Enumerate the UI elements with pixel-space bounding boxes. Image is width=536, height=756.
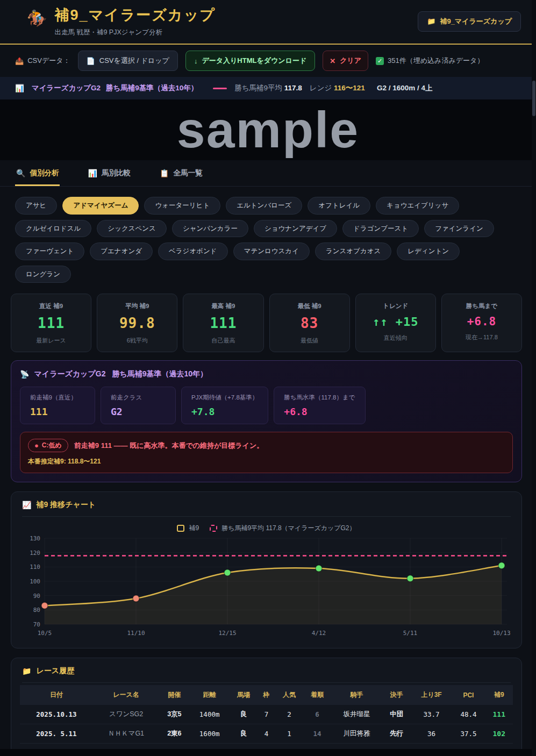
chart-svg: 70809010011012013010/511/1012/154/125/11… bbox=[22, 535, 511, 638]
folder-button[interactable]: 📁 補9_マイラーズカップ bbox=[418, 11, 521, 32]
standard-card: 前走補9（直近）111 bbox=[20, 387, 95, 424]
horse-chip[interactable]: マテンロウスカイ bbox=[233, 243, 310, 260]
standard-card-value: +6.8 bbox=[284, 406, 355, 417]
stat-card: 最低 補983最低値 bbox=[269, 294, 350, 352]
standard-card-label: PJX期待値（+7.8基準） bbox=[191, 394, 258, 402]
table-cell: 7 bbox=[258, 705, 275, 724]
stat-card-row: 直近 補9111最新レース平均 補999.86戦平均最高 補9111自己最高最低… bbox=[11, 294, 522, 352]
table-cell: 2 bbox=[275, 705, 303, 724]
watermark-strip: sample bbox=[0, 99, 536, 160]
horse-chip[interactable]: オフトレイル bbox=[308, 197, 370, 215]
table-cell: 先行 bbox=[382, 724, 411, 744]
table-cell: 111 bbox=[485, 705, 513, 724]
standard-card-label: 前走補9（直近） bbox=[30, 394, 85, 402]
legend-item[interactable]: 勝ち馬補9平均 117.8（マイラーズカップG2） bbox=[210, 524, 355, 533]
upload-icon: 📤 bbox=[15, 57, 24, 65]
horse-chip[interactable]: ファインライン bbox=[424, 220, 494, 238]
horse-chip[interactable]: ウォーターリヒト bbox=[144, 197, 220, 215]
stat-card: トレンド↑↑ +15直近傾向 bbox=[355, 294, 436, 352]
column-header: 枠 bbox=[258, 685, 275, 705]
table-cell: 中団 bbox=[382, 705, 411, 724]
horse-chip[interactable]: シャンパンカラー bbox=[172, 220, 248, 238]
check-icon: ✓ bbox=[376, 57, 384, 65]
page-title: 補9_マイラーズカップ bbox=[54, 5, 215, 25]
table-cell: 6 bbox=[303, 705, 331, 724]
horse-chip[interactable]: レディントン bbox=[397, 243, 460, 260]
race-meta: G2 / 1600m / 4上 bbox=[377, 83, 433, 93]
main-tabs: 🔍個別分析📊馬別比較📋全馬一覧 bbox=[0, 160, 536, 187]
avg-label: 勝ち馬補9平均 bbox=[234, 84, 282, 92]
stat-sublabel: 6戦平均 bbox=[102, 337, 173, 345]
table-row: 2025. 5.11ＮＨＫマG12東61600m良4114川田将雅先行3637.… bbox=[20, 724, 513, 744]
series-swatch bbox=[177, 525, 184, 532]
download-html-button[interactable]: ↓ データ入りHTMLをダウンロード bbox=[185, 51, 315, 71]
stat-value: +6.8 bbox=[446, 315, 517, 328]
stat-label: トレンド bbox=[360, 302, 431, 310]
standard-card-value: 111 bbox=[30, 406, 85, 417]
horse-chip[interactable]: ランスオブカオス bbox=[315, 243, 391, 260]
horse-chip[interactable]: ベラジオボンド bbox=[158, 243, 228, 260]
column-header: 人気 bbox=[275, 685, 303, 705]
horse-chip[interactable]: アサヒ bbox=[15, 197, 57, 215]
table-cell: 3京5 bbox=[159, 705, 189, 724]
tab-1[interactable]: 🔍個別分析 bbox=[15, 160, 60, 186]
stat-label: 平均 補9 bbox=[102, 302, 173, 310]
svg-text:12/15: 12/15 bbox=[218, 630, 236, 637]
grade-badge: ● C:低め bbox=[28, 439, 68, 452]
horse-chip[interactable]: シックスペンス bbox=[97, 220, 167, 238]
svg-text:11/10: 11/10 bbox=[127, 630, 145, 637]
horse-chip[interactable]: クルゼイロドスル bbox=[15, 220, 91, 238]
divider bbox=[22, 682, 511, 683]
horse-chip[interactable]: ファーヴェント bbox=[15, 243, 84, 260]
horse-chip[interactable]: ショウナンアデイブ bbox=[254, 220, 337, 238]
scrollbar bbox=[532, 0, 536, 756]
chart-title: 補9 推移チャート bbox=[36, 500, 96, 510]
scrollbar-thumb[interactable] bbox=[532, 81, 535, 116]
stat-sublabel: 現在→117.8 bbox=[446, 333, 517, 341]
standard-card: 勝ち馬水準（117.8）まで+6.8 bbox=[274, 387, 365, 424]
horse-chip[interactable]: ドラゴンブースト bbox=[342, 220, 419, 238]
search-icon: 🔍 bbox=[16, 169, 25, 177]
legend-label: 勝ち馬補9平均 117.8（マイラーズカップG2） bbox=[221, 524, 355, 533]
horse-chip[interactable]: エルトンバローズ bbox=[226, 197, 302, 215]
stat-sublabel: 最新レース bbox=[16, 337, 87, 345]
table-cell: 1 bbox=[275, 724, 303, 744]
folder-icon: 📁 bbox=[22, 667, 31, 675]
avg-value: 117.8 bbox=[284, 84, 302, 92]
race-standard-banner: 📊 マイラーズカップG2 勝ち馬補9基準（過去10年） 勝ち馬補9平均 117.… bbox=[0, 77, 536, 99]
stat-label: 勝ち馬まで bbox=[446, 302, 517, 310]
stat-sublabel: 直近傾向 bbox=[360, 334, 431, 342]
stat-value: 111 bbox=[16, 315, 87, 331]
satellite-icon: 📡 bbox=[20, 370, 29, 379]
page-subtitle: 出走馬 戦歴・補9 PJXジャンプ分析 bbox=[54, 28, 215, 37]
table-cell: 33.7 bbox=[411, 705, 452, 724]
tab-3[interactable]: 📋全馬一覧 bbox=[159, 160, 203, 186]
stat-card: 最高 補9111自己最高 bbox=[183, 294, 263, 352]
horse-chip[interactable]: アドマイヤズーム bbox=[62, 197, 139, 215]
bar-chart-icon: 📊 bbox=[15, 84, 24, 92]
race-history-panel: 📁 レース履歴 日付レース名開催距離馬場枠人気着順騎手決手上り3FPCI補9 2… bbox=[11, 658, 522, 756]
table-cell: 2東6 bbox=[159, 724, 189, 744]
app-header: 🏇 補9_マイラーズカップ 出走馬 戦歴・補9 PJXジャンプ分析 📁 補9_マ… bbox=[0, 0, 536, 45]
line-chart: 70809010011012013010/511/1012/154/125/11… bbox=[11, 534, 521, 648]
tab-2[interactable]: 📊馬別比較 bbox=[87, 160, 131, 186]
standard-card-row: 前走補9（直近）111前走クラスG2PJX期待値（+7.8基準）+7.8勝ち馬水… bbox=[20, 387, 513, 424]
close-icon: ✕ bbox=[330, 57, 335, 65]
horse-chip[interactable]: ブエナオンダ bbox=[90, 243, 153, 260]
column-header: PCI bbox=[452, 685, 485, 705]
tab-label: 個別分析 bbox=[30, 168, 59, 178]
banner-race-name: マイラーズカップG2 bbox=[32, 84, 101, 92]
table-cell: スワンSG2 bbox=[93, 705, 159, 724]
svg-text:70: 70 bbox=[33, 621, 40, 628]
legend-item[interactable]: 補9 bbox=[177, 524, 199, 533]
tab-label: 全馬一覧 bbox=[173, 168, 202, 178]
svg-text:100: 100 bbox=[30, 578, 40, 585]
horse-chip[interactable]: キョウエイブリッサ bbox=[376, 197, 459, 215]
history-title: レース履歴 bbox=[36, 666, 74, 676]
csv-select-button[interactable]: 📄 CSVを選択 / ドロップ bbox=[78, 51, 178, 71]
stat-card: 直近 補9111最新レース bbox=[11, 294, 91, 352]
standard-race-name: マイラーズカップG2 bbox=[34, 369, 105, 378]
table-cell: 4 bbox=[258, 724, 275, 744]
clear-button[interactable]: ✕ クリア bbox=[323, 51, 368, 71]
horse-chip[interactable]: ロングラン bbox=[15, 266, 71, 283]
